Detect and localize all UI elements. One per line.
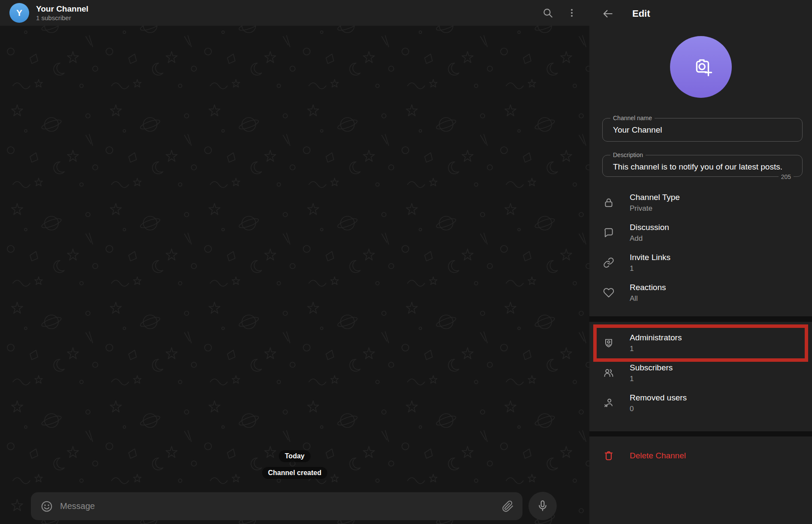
delete-channel-button[interactable]: Delete Channel <box>589 442 812 469</box>
chat-header-info[interactable]: Your Channel 1 subscriber <box>36 4 539 22</box>
admin-badge-icon <box>603 337 614 348</box>
message-composer <box>31 492 557 520</box>
menu-label: Channel Type <box>630 192 680 203</box>
back-arrow-icon[interactable] <box>602 8 613 19</box>
description-label: Description <box>610 151 646 158</box>
menu-value: All <box>630 294 666 303</box>
menu-label: Administrators <box>630 333 682 343</box>
kebab-menu-icon[interactable] <box>563 4 580 21</box>
panel-title: Edit <box>632 8 650 19</box>
channel-edit-panel: Edit Channel name Your Channel Descripti… <box>589 0 812 524</box>
members-menu: Administrators 1 Subscribers 1 <box>589 322 812 431</box>
channel-name-field[interactable]: Channel name Your Channel <box>602 118 803 142</box>
delete-channel-label: Delete Channel <box>630 451 686 460</box>
menu-value: 1 <box>630 264 670 273</box>
telegram-app: Y Your Channel 1 subscriber <box>0 0 812 524</box>
discussion-icon <box>603 227 614 238</box>
menu-value: 1 <box>630 344 682 354</box>
channel-settings-menu: Channel Type Private Discussion Add <box>589 185 812 316</box>
menu-value: 1 <box>630 374 673 384</box>
menu-item-channel-type[interactable]: Channel Type Private <box>589 188 812 218</box>
search-icon[interactable] <box>539 4 556 21</box>
delete-trash-icon <box>603 450 614 461</box>
channel-title: Your Channel <box>36 4 539 14</box>
microphone-icon[interactable] <box>528 492 557 520</box>
date-badge: Today <box>279 450 311 462</box>
channel-created-badge: Channel created <box>262 467 327 479</box>
menu-label: Reactions <box>630 282 666 293</box>
channel-avatar[interactable]: Y <box>9 3 29 23</box>
menu-label: Removed users <box>630 393 687 403</box>
menu-item-removed-users[interactable]: Removed users 0 <box>589 388 812 418</box>
menu-item-invite-links[interactable]: Invite Links 1 <box>589 248 812 278</box>
character-counter: 205 <box>779 173 794 180</box>
menu-value: 0 <box>630 404 687 414</box>
chat-pane: Y Your Channel 1 subscriber <box>0 0 589 524</box>
camera-add-icon[interactable] <box>670 36 732 98</box>
section-separator <box>589 316 812 322</box>
section-separator <box>589 431 812 436</box>
message-input-container[interactable] <box>31 492 522 520</box>
paperclip-icon[interactable] <box>502 500 514 512</box>
menu-label: Discussion <box>630 222 669 233</box>
removed-user-icon <box>603 397 614 409</box>
service-messages: Today Channel created <box>0 450 589 479</box>
description-value[interactable]: This channel is to notify you of our lat… <box>613 161 792 173</box>
subscribers-icon <box>603 367 614 379</box>
heart-icon <box>603 287 614 298</box>
menu-item-reactions[interactable]: Reactions All <box>589 278 812 308</box>
chat-header-actions <box>539 4 580 21</box>
subscriber-count: 1 subscriber <box>36 14 539 22</box>
description-field[interactable]: Description This channel is to notify yo… <box>602 155 803 177</box>
menu-label: Subscribers <box>630 363 673 373</box>
lock-icon <box>603 197 614 208</box>
menu-item-discussion[interactable]: Discussion Add <box>589 218 812 248</box>
menu-item-subscribers[interactable]: Subscribers 1 <box>589 358 812 388</box>
chat-header: Y Your Channel 1 subscriber <box>0 0 589 26</box>
channel-name-label: Channel name <box>610 115 655 121</box>
delete-section: Delete Channel <box>589 436 812 524</box>
menu-value: Private <box>630 203 680 213</box>
channel-name-value[interactable]: Your Channel <box>603 125 662 135</box>
chat-background-pattern <box>0 0 589 524</box>
message-input[interactable] <box>60 501 502 511</box>
invite-link-icon <box>603 257 614 268</box>
menu-item-administrators[interactable]: Administrators 1 <box>589 328 812 358</box>
edit-panel-header: Edit <box>589 0 812 27</box>
menu-value: Add <box>630 233 669 243</box>
emoji-smile-icon[interactable] <box>40 500 53 513</box>
menu-label: Invite Links <box>630 252 670 263</box>
